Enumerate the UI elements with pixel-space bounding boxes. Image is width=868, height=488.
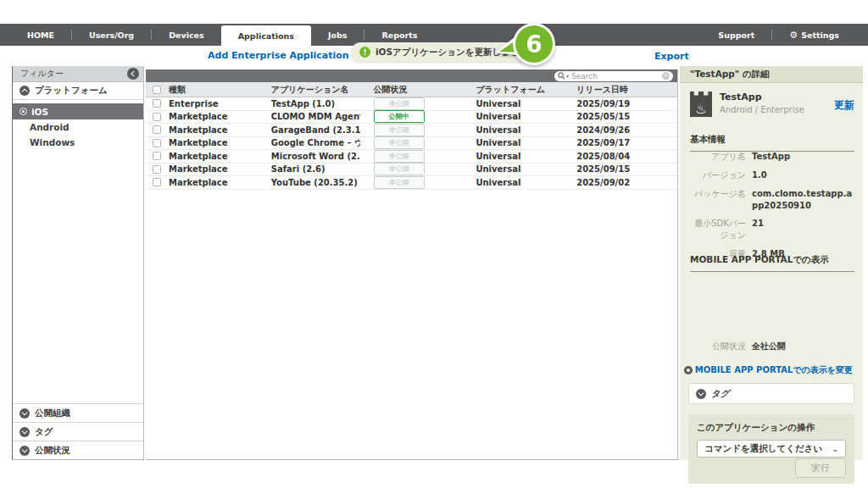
table-row-microsoft-word[interactable]: Marketplace Microsoft Word (2.99.3) 非公開 …	[146, 150, 677, 164]
table-row-google-chrome[interactable]: Marketplace Google Chrome – ウェブブ... 非公開 …	[146, 137, 677, 151]
update-link[interactable]: 更新	[834, 98, 854, 117]
select-all-checkbox[interactable]	[153, 86, 161, 94]
table-row-garageband[interactable]: Marketplace GarageBand (2.3.17) 非公開 Univ…	[146, 124, 677, 137]
app-summary: ♨ TestApp Android / Enterprise 更新	[690, 92, 854, 117]
tab-users-org[interactable]: Users/Org	[72, 24, 151, 46]
app-detail-panel: "TestApp" の詳細 ♨ TestApp Android / Enterp…	[680, 66, 863, 460]
platform-label: iOS	[31, 107, 48, 117]
export-link[interactable]: Export	[654, 51, 689, 62]
status-badge: 非公開	[374, 150, 425, 163]
cell-release-date: 2025/09/19	[574, 99, 677, 108]
platform-label: Android	[30, 122, 70, 132]
table-row-clomo-mdm-agent[interactable]: Marketplace CLOMO MDM Agent (4.4.0) 公開中 …	[146, 111, 677, 125]
cell-app-name: Microsoft Word (2.99.3)	[271, 152, 360, 161]
sidebar-item-windows[interactable]: Windows	[13, 135, 143, 150]
filter-group-label: 公開組織	[35, 408, 70, 419]
chevron-down-circle-icon	[19, 427, 30, 437]
column-header-status[interactable]: 公開状況	[360, 84, 476, 96]
support-link[interactable]: Support	[701, 24, 771, 46]
operation-title: このアプリケーションの操作	[697, 422, 846, 434]
chevron-down-icon: ⌄	[832, 445, 838, 453]
sidebar-bottom-groups: 公開組織 タグ 公開状況	[13, 403, 143, 459]
table-row-safari[interactable]: Marketplace Safari (2.6) 非公開 Universal 2…	[146, 164, 677, 177]
cell-type: Enterprise	[169, 99, 271, 108]
filter-group-label: タグ	[35, 426, 53, 438]
settings-link[interactable]: ⚙Settings	[772, 24, 856, 46]
tab-applications[interactable]: Applications	[221, 25, 311, 46]
row-checkbox[interactable]	[153, 125, 161, 134]
command-select[interactable]: コマンドを選択してください ⌄	[697, 440, 846, 458]
chevron-down-circle-icon	[19, 446, 30, 456]
filter-title: フィルター	[20, 68, 64, 80]
annotation-number: 6	[526, 30, 542, 58]
add-enterprise-application-link[interactable]: Add Enterprise Application	[208, 50, 349, 61]
table-row-testapp[interactable]: Enterprise TestApp (1.0) 非公開 Universal 2…	[146, 97, 677, 111]
table-header-row: 種類 アプリケーション名 公開状況 プラットフォーム リリース日時	[146, 82, 677, 97]
nav-right: Support ⚙Settings	[701, 24, 868, 46]
field-value: com.clomo.testapp.app20250910	[752, 188, 854, 211]
column-header-release-date[interactable]: リリース日時	[574, 84, 677, 96]
detail-panel-title: "TestApp" の詳細	[680, 66, 863, 83]
column-header-type[interactable]: 種類	[169, 84, 271, 96]
row-checkbox[interactable]	[153, 113, 161, 121]
applications-table-region: ▾ × 種類 アプリケーション名 公開状況 プラットフォーム リリース日時 En…	[146, 69, 678, 460]
filter-group-organization[interactable]: 公開組織	[13, 403, 143, 422]
cell-app-name: GarageBand (2.3.17)	[271, 125, 360, 135]
column-header-app-name[interactable]: アプリケーション名	[271, 84, 360, 96]
settings-label: Settings	[801, 30, 839, 40]
search-box: ▾ ×	[554, 71, 673, 82]
gear-icon: ⚙	[789, 30, 798, 41]
search-scope-chevron-icon: ▾	[566, 73, 569, 79]
sidebar-item-android[interactable]: Android	[13, 119, 143, 135]
collapse-sidebar-button[interactable]	[127, 68, 139, 80]
portal-display-change-link[interactable]: MOBILE APP PORTALでの表示を変更	[684, 364, 853, 376]
filter-group-platform[interactable]: プラットフォーム	[13, 82, 143, 100]
tag-label: タグ	[711, 388, 730, 400]
app-platform-type: Android / Enterprise	[720, 105, 834, 114]
row-checkbox[interactable]	[153, 99, 161, 108]
filter-sidebar: フィルター プラットフォーム iOS Android Windows 公開組織	[12, 66, 144, 460]
tab-devices[interactable]: Devices	[152, 24, 221, 46]
search-clear-icon[interactable]: ×	[662, 72, 670, 80]
app-name: TestApp	[720, 92, 834, 103]
cell-platform: Universal	[476, 138, 574, 147]
search-input[interactable]	[571, 72, 662, 80]
cell-release-date: 2025/09/17	[574, 138, 677, 147]
field-value: 全社公開	[752, 341, 786, 352]
status-badge: 公開中	[374, 110, 425, 123]
filter-group-tag[interactable]: タグ	[13, 422, 143, 441]
cell-release-date: 2025/08/04	[574, 152, 677, 161]
chevron-down-circle-icon	[696, 389, 706, 399]
row-checkbox[interactable]	[153, 165, 161, 174]
row-checkbox[interactable]	[153, 139, 161, 147]
row-checkbox[interactable]	[153, 152, 161, 160]
row-checkbox[interactable]	[153, 178, 161, 186]
annotation-balloon-6: 6	[492, 20, 565, 68]
cell-platform: Universal	[476, 99, 574, 108]
portal-link-label: MOBILE APP PORTALでの表示を変更	[695, 364, 853, 376]
cell-type: Marketplace	[169, 178, 271, 187]
cell-app-name: YouTube (20.35.2)	[271, 178, 360, 187]
basic-info-fields: アプリ名TestApp バージョン1.0 パッケージ名com.clomo.tes…	[690, 151, 854, 267]
cell-platform: Universal	[476, 125, 574, 135]
cell-platform: Universal	[476, 164, 574, 174]
radio-selected-icon	[19, 108, 27, 115]
cell-app-name: Google Chrome – ウェブブ...	[271, 137, 360, 149]
status-badge: 非公開	[374, 124, 425, 136]
execute-button[interactable]: 実行	[795, 458, 846, 478]
table-row-youtube[interactable]: Marketplace YouTube (20.35.2) 非公開 Univer…	[146, 176, 677, 190]
filter-group-status[interactable]: 公開状況	[13, 441, 143, 459]
field-label: 公開状況	[690, 341, 746, 352]
gear-circle-icon	[684, 366, 693, 374]
sidebar-item-ios[interactable]: iOS	[13, 103, 143, 119]
field-value: 21	[752, 218, 764, 241]
filter-header: フィルター	[13, 66, 143, 82]
field-label: パッケージ名	[690, 188, 746, 211]
field-value: TestApp	[752, 151, 790, 163]
app-icon: ♨	[690, 92, 712, 117]
command-select-value: コマンドを選択してください	[704, 443, 822, 455]
tag-expander[interactable]: タグ	[688, 383, 854, 404]
filter-group-label: 公開状況	[35, 445, 70, 457]
column-header-platform[interactable]: プラットフォーム	[476, 84, 574, 96]
tab-home[interactable]: HOME	[10, 24, 71, 46]
